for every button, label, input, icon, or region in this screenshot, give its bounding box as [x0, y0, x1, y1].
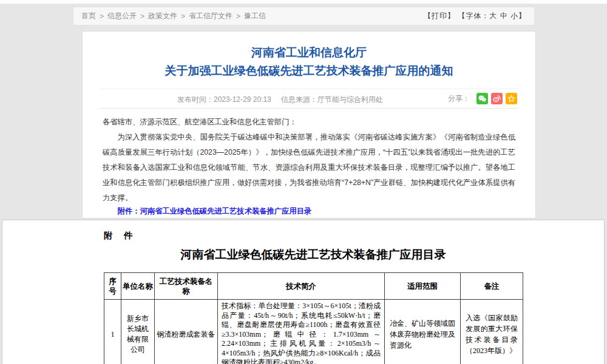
publish-time-value: 2023-12-29 20:13	[214, 95, 271, 104]
cell-intro: 技术指标：单台处理量：3×105t～6×105t；渣粉成品产量：45t/h～90…	[218, 300, 385, 364]
salutation-line: 各省辖市、济源示范区、航空港区工业和信息化主管部门：	[103, 115, 515, 130]
wechat-share-icon[interactable]	[476, 93, 488, 104]
col-header-serial: 序号	[104, 273, 121, 300]
attachment-preview-panel: 附 件 河南省工业绿色低碳先进工艺技术装备推广应用目录 序号 单位名称 工艺技术…	[2, 220, 605, 364]
document-meta-text: 发布时间：2023-12-29 20:13信息来源：厅节能与综合利用处	[177, 95, 383, 105]
share-controls: 分享：	[448, 93, 517, 104]
col-header-scope: 适用范围	[385, 273, 461, 300]
share-label: 分享：	[448, 93, 470, 104]
breadcrumb-separator: >	[140, 12, 144, 21]
page-toolbar: 【打印】 【字体：大 中 小】	[424, 11, 526, 21]
font-size-control[interactable]: 【字体：大 中 小】	[458, 12, 526, 20]
cell-company: 新乡市长城机械有限公司	[121, 300, 155, 364]
cell-serial: 1	[104, 300, 121, 364]
cell-scope: 冶金、矿山等领域固体废弃物粉磨处理及资源化	[385, 300, 461, 364]
source-value: 厅节能与综合利用处	[317, 95, 383, 104]
breadcrumb-separator: >	[236, 12, 240, 21]
breadcrumb-item-dept-documents[interactable]: 省工信厅文件	[189, 11, 232, 21]
cell-note: 入选《国家鼓励发展的重大环保技术装备目录（2023年版）》	[461, 300, 523, 364]
breadcrumb-item-home[interactable]: 首页	[81, 11, 96, 21]
table-header-row: 序号 单位名称 工艺技术装备名称 技术简介 适用范围 备注	[104, 273, 523, 300]
cell-equipment: 钢渣粉磨成套装备	[155, 300, 218, 364]
page-top-strip	[0, 0, 607, 4]
body-paragraph: 为深入贯彻落实党中央、国务院关于碳达峰碳中和决策部署，推动落实《河南省碳达峰实施…	[103, 130, 515, 206]
col-header-company: 单位名称	[121, 273, 155, 300]
document-title-line1: 河南省工业和信息化厅	[83, 44, 535, 62]
attachment-link[interactable]: 附件：河南省工业绿色低碳先进工艺技术装备推广应用目录	[103, 206, 515, 217]
font-size-label-close: 】	[518, 12, 526, 20]
font-size-label: 【字体：	[458, 12, 489, 20]
col-header-intro: 技术简介	[218, 273, 385, 300]
star-favorite-icon[interactable]	[506, 93, 517, 104]
weibo-share-icon[interactable]	[491, 93, 503, 104]
document-body: 各省辖市、济源示范区、航空港区工业和信息化主管部门： 为深入贯彻落实党中央、国务…	[103, 115, 515, 218]
breadcrumb-item-policy-documents[interactable]: 政策文件	[148, 11, 177, 21]
breadcrumb-separator: >	[181, 12, 185, 21]
table-row: 1 新乡市长城机械有限公司 钢渣粉磨成套装备 技术指标：单台处理量：3×105t…	[104, 300, 523, 364]
document-meta-bar: 发布时间：2023-12-29 20:13信息来源：厅节能与综合利用处 分享：	[100, 89, 518, 109]
catalog-table: 序号 单位名称 工艺技术装备名称 技术简介 适用范围 备注 1 新乡市长城机械有…	[104, 272, 523, 364]
attachment-heading: 附 件	[104, 230, 134, 241]
breadcrumb-item-info-disclosure[interactable]: 信息公开	[107, 11, 137, 21]
document-date: 2023年12月29日	[103, 217, 515, 218]
document-title-line2: 关于加强工业绿色低碳先进工艺技术装备推广应用的通知	[83, 62, 535, 80]
col-header-equipment: 工艺技术装备名称	[155, 273, 218, 300]
col-header-note: 备注	[461, 273, 523, 300]
attachment-table-title: 河南省工业绿色低碳先进工艺技术装备推广应用目录	[104, 247, 523, 263]
document-panel: 河南省工业和信息化厅 关于加强工业绿色低碳先进工艺技术装备推广应用的通知 发布时…	[82, 31, 536, 218]
print-button[interactable]: 【打印】	[424, 12, 455, 20]
publish-time-label: 发布时间：	[177, 95, 214, 104]
source-label: 信息来源：	[281, 95, 317, 104]
font-size-options[interactable]: 大 中 小	[489, 12, 518, 20]
breadcrumb-separator: >	[100, 12, 104, 21]
breadcrumb-item-yugongxin[interactable]: 豫工信	[244, 11, 266, 21]
breadcrumb-bar: 首页 > 信息公开 > 政策文件 > 省工信厅文件 > 豫工信 【打印】 【字体…	[73, 7, 535, 25]
